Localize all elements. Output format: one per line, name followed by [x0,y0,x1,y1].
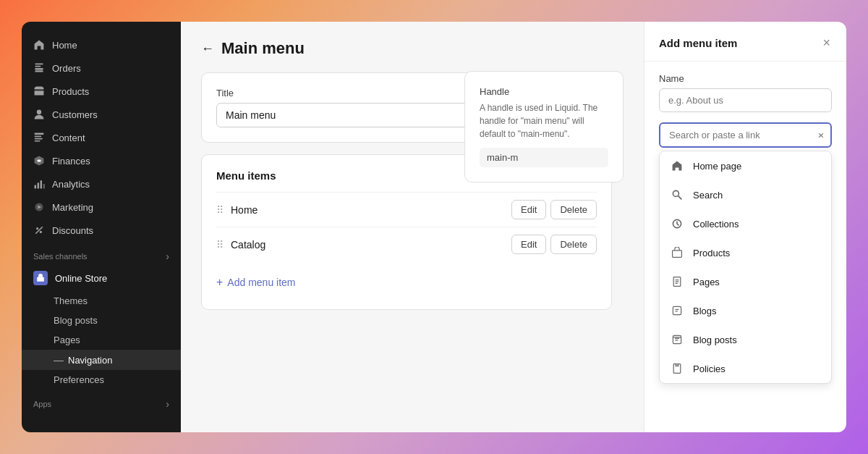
sidebar-item-analytics[interactable]: Analytics [22,172,181,196]
apps-label: Apps [33,400,51,408]
plus-icon: + [216,276,223,289]
svg-line-17 [678,196,682,200]
add-menu-item-button[interactable]: + Add menu item [216,270,296,295]
svg-point-13 [36,227,38,230]
link-option-pages[interactable]: Pages [660,267,831,296]
handle-value: main-m [480,148,608,167]
table-row: ⠿ Catalog Edit Delete [216,227,597,261]
sidebar-sub-navigation[interactable]: — Navigation [22,350,181,370]
edit-home-button[interactable]: Edit [511,200,546,219]
svg-rect-10 [38,182,39,188]
sidebar-sub-themes[interactable]: Themes [22,291,181,311]
blogs-icon [670,303,684,318]
svg-rect-8 [38,159,41,161]
drag-handle-icon[interactable]: ⠿ [216,239,224,251]
search-clear-button[interactable] [816,130,826,140]
panel-header: Add menu item × [644,22,846,62]
page-title: Main menu [221,39,305,58]
sidebar-item-customers-label: Customers [52,109,98,120]
search-label: Search [693,190,723,201]
panel-body: Name Home page [644,62,846,432]
sidebar-item-finances[interactable]: Finances [22,149,181,172]
drag-handle-icon[interactable]: ⠿ [216,204,224,216]
collections-label: Collections [693,219,739,230]
apps-expand-icon[interactable]: › [166,398,169,410]
back-arrow-icon[interactable]: ← [201,41,214,56]
policies-icon [670,361,684,376]
delete-catalog-button[interactable]: Delete [550,235,597,254]
link-options-dropdown: Home page Search Collections [659,151,832,384]
themes-label: Themes [54,295,88,306]
page-header: ← Main menu [201,39,624,58]
svg-rect-1 [35,66,41,67]
sidebar-item-online-store[interactable]: Online Store [22,265,181,291]
svg-rect-12 [43,184,45,188]
svg-point-16 [673,190,678,196]
link-option-blog-posts[interactable]: Blog posts [660,325,831,354]
apps-section: Apps › [22,390,181,413]
table-row: ⠿ Home Edit Delete [216,192,597,227]
sidebar-item-home[interactable]: Home [22,33,181,56]
svg-rect-7 [35,140,41,142]
svg-rect-2 [35,70,43,72]
handle-card: Handle A handle is used in Liquid. The h… [464,71,624,182]
svg-point-3 [37,110,41,114]
svg-rect-5 [35,136,42,138]
delete-home-button[interactable]: Delete [550,200,597,219]
sidebar-item-analytics-label: Analytics [52,179,90,190]
sidebar-item-finances-label: Finances [52,156,90,167]
svg-rect-0 [35,64,43,65]
products-icon [33,85,45,97]
link-option-policies[interactable]: Policies [660,354,831,383]
sales-channels-section: Sales channels › [22,242,181,265]
clear-icon [816,130,826,140]
link-option-search[interactable]: Search [660,180,831,209]
app-shell: Home Orders Products Customers Content [0,0,868,454]
navigation-label: Navigation [68,355,112,366]
sidebar-item-discounts[interactable]: Discounts [22,219,181,242]
sales-channels-expand-icon[interactable]: › [166,251,169,262]
products-link-label: Products [693,248,730,258]
add-menu-item-label: Add menu item [227,277,295,288]
svg-rect-19 [673,251,682,258]
analytics-icon [33,178,45,190]
blog-posts-option-icon [670,332,684,347]
content-icon [33,132,45,143]
finances-icon [33,155,45,167]
blogs-label: Blogs [693,306,717,316]
sidebar-item-content-label: Content [52,133,85,143]
sidebar-item-marketing[interactable]: Marketing [22,196,181,219]
edit-catalog-button[interactable]: Edit [511,235,546,254]
panel-close-button[interactable]: × [821,35,832,51]
sidebar-sub-pages[interactable]: Pages [22,330,181,350]
sidebar-item-content[interactable]: Content [22,126,181,149]
collections-icon [670,217,684,231]
preferences-label: Preferences [54,374,104,385]
orders-icon [33,62,45,74]
main-content: ← Main menu Title Menu items ⠿ Home [181,22,644,432]
sidebar-sub-preferences[interactable]: Preferences [22,370,181,390]
name-field-label: Name [659,73,832,84]
svg-rect-15 [37,277,44,282]
svg-rect-9 [35,185,36,189]
link-search-input[interactable] [659,122,832,148]
link-option-products[interactable]: Products [660,238,831,267]
sidebar-sub-blog-posts[interactable]: Blog posts [22,311,181,330]
menu-item-catalog-name: Catalog [231,239,265,251]
link-option-home-page[interactable]: Home page [660,151,831,180]
svg-rect-4 [35,133,44,135]
sidebar-item-products[interactable]: Products [22,80,181,103]
customers-icon [33,109,45,120]
link-option-blogs[interactable]: Blogs [660,296,831,325]
name-input[interactable] [659,88,832,112]
sidebar-item-orders[interactable]: Orders [22,56,181,80]
sidebar-item-customers[interactable]: Customers [22,103,181,126]
blog-posts-label: Blog posts [54,315,98,326]
online-store-label: Online Store [55,273,107,284]
link-option-collections[interactable]: Collections [660,209,831,238]
menu-item-home-name: Home [231,204,258,216]
sidebar: Home Orders Products Customers Content [22,22,181,432]
search-option-icon [670,188,684,202]
sidebar-item-discounts-label: Discounts [52,225,93,236]
handle-description: A handle is used in Liquid. The handle f… [480,101,608,140]
